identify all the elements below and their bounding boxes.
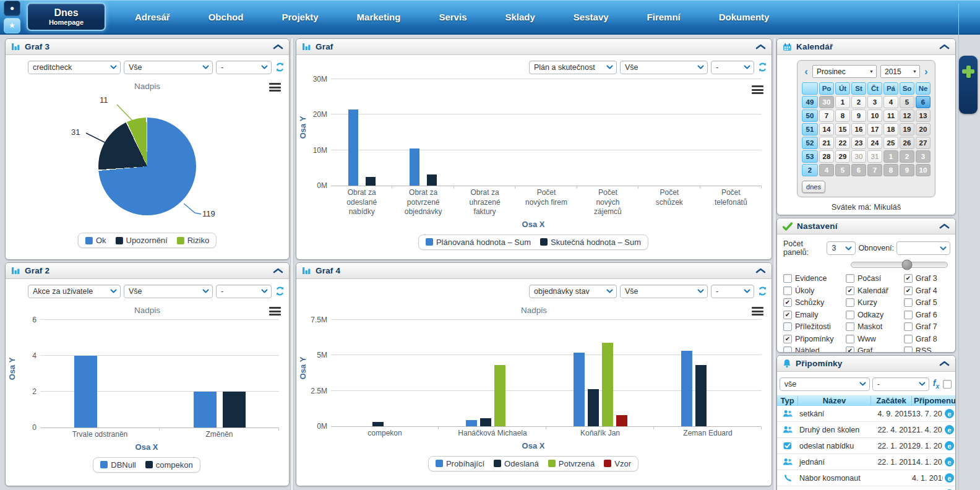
calendar-day[interactable]: 8 [835,110,850,122]
eway-icon[interactable]: e [945,473,954,483]
calendar-day[interactable]: 3 [867,96,882,108]
refresh-icon[interactable] [275,62,286,73]
panel-header-nastaveni[interactable]: Nastavení [777,218,955,234]
calendar-day[interactable]: 6 [916,96,931,108]
eway-icon[interactable]: e [945,425,954,434]
panel-header-kalendar[interactable]: Kalendář [777,39,955,55]
bar[interactable] [602,343,613,426]
calendar-day[interactable]: 9 [851,110,866,122]
calendar-day[interactable]: 10 [867,110,882,122]
column-header[interactable]: Začátek [871,396,912,405]
app-logo-button[interactable]: ● [4,1,20,16]
legend-item[interactable]: Ok [85,236,106,245]
legend-item[interactable]: DBNull [100,460,135,470]
nav-tab-2[interactable]: Obchod [189,12,263,22]
calendar-day[interactable]: 12 [900,110,914,122]
checkbox[interactable] [783,346,792,353]
calendar-day[interactable]: 24 [867,137,882,149]
reminder-period-select[interactable]: - [872,377,929,391]
calendar-day[interactable]: 16 [851,123,866,135]
checkbox[interactable] [783,335,792,343]
checkbox[interactable] [904,311,913,319]
calendar-day[interactable]: 2 [900,150,914,163]
column-header[interactable]: Název [798,396,871,405]
collapse-chevron-icon[interactable] [939,361,950,366]
collapse-chevron-icon[interactable] [273,268,283,273]
legend-item[interactable]: compekon [145,460,193,470]
calendar-day[interactable]: 26 [900,137,914,149]
calendar-day[interactable]: 22 [835,137,850,149]
bar[interactable] [348,110,358,186]
slider-track[interactable] [851,262,948,268]
panel-header-graf-4[interactable]: Graf 4 [296,263,772,279]
calendar-day[interactable]: 5 [900,96,914,108]
nav-tab-1[interactable]: Adresář [116,12,189,22]
chart-filter-select[interactable]: Vše [124,285,213,298]
nav-tab-active[interactable]: Dnes Homepage [27,2,106,31]
calendar-day[interactable]: 28 [819,150,834,163]
calendar-day[interactable]: 7 [819,110,834,122]
reminder-row[interactable]: jednání 22. 1. 201 14. 1. 201 e [777,454,955,470]
add-panel-button[interactable] [959,56,978,114]
chart-menu-icon[interactable] [269,83,281,93]
checkbox[interactable] [846,311,854,319]
panel-header-graf[interactable]: Graf [296,39,772,55]
calendar-day[interactable]: 3 [916,150,931,163]
checkbox[interactable] [783,286,792,295]
calendar-day[interactable]: 30 [819,96,834,108]
eway-icon[interactable]: e [945,457,954,466]
calendar-week-number[interactable]: 52 [802,137,818,149]
chart-source-select[interactable]: creditcheck [28,61,121,74]
chart-source-select[interactable]: Plán a skutečnost [529,61,617,74]
checkbox[interactable] [846,346,854,353]
legend-item[interactable]: Skutečná hodnota – Sum [540,238,641,247]
nav-tab-7[interactable]: Sestavy [554,12,628,22]
reminder-row[interactable]: setkání 4. 9. 2015 13. 7. 201 e [777,406,955,422]
legend-item[interactable]: Odeslaná [494,459,539,468]
checkbox[interactable] [783,311,792,319]
calendar-week-number[interactable]: 51 [802,123,818,135]
calendar-day[interactable]: 9 [900,164,914,176]
eway-icon[interactable]: e [945,409,954,418]
calendar-day[interactable]: 4 [883,96,898,108]
bar[interactable] [588,389,599,426]
refresh-icon[interactable] [757,286,768,297]
chart-menu-icon[interactable] [269,307,281,317]
bar[interactable] [194,392,217,428]
reminder-filter-select[interactable]: vše [780,377,870,391]
chart-filter-select[interactable]: Vše [620,61,708,74]
calendar-day[interactable]: 30 [851,150,866,163]
bar[interactable] [372,422,384,426]
reminder-row[interactable]: Druhý den školen 22. 4. 201 21. 4. 201 e [777,422,955,438]
calendar-day[interactable]: 23 [851,137,866,149]
bar[interactable] [466,420,477,426]
bar[interactable] [410,148,419,186]
bar[interactable] [681,351,692,426]
legend-item[interactable]: Potvrzená [548,459,595,468]
bar[interactable] [74,356,97,428]
legend-item[interactable]: Upozornění [116,236,168,245]
bar[interactable] [366,177,376,186]
calendar-day[interactable]: 14 [819,123,834,135]
calendar-day[interactable]: 13 [916,110,931,122]
nav-tab-5[interactable]: Servis [419,12,486,22]
previous-month-icon[interactable]: ‹ [804,66,809,77]
calendar-day[interactable]: 29 [835,150,850,163]
calendar-day[interactable]: 18 [883,123,898,135]
nav-tab-8[interactable]: Firemní [628,12,700,22]
panel-header-graf-2[interactable]: Graf 2 [6,263,289,279]
legend-item[interactable]: Probíhající [436,459,484,468]
calendar-day[interactable]: 8 [883,164,898,176]
pie-chart[interactable] [98,118,196,215]
checkbox[interactable] [783,322,792,331]
next-month-icon[interactable]: › [924,66,929,77]
chart-period-select[interactable]: - [711,285,754,298]
calendar-day[interactable]: 7 [867,164,882,176]
calendar-day[interactable]: 4 [819,164,834,176]
chart-period-select[interactable]: - [216,285,272,298]
calendar-day[interactable]: 25 [883,137,898,149]
chart-filter-select[interactable]: Vše [124,61,213,74]
calendar-day[interactable]: 21 [819,137,834,149]
calendar-day[interactable]: 5 [835,164,850,176]
checkbox[interactable] [904,286,913,295]
